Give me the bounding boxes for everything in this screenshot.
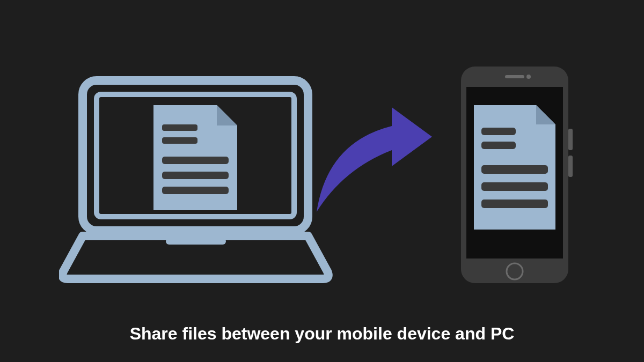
- svg-rect-15: [481, 128, 516, 135]
- svg-rect-10: [568, 156, 573, 177]
- illustration-canvas: Share files between your mobile device a…: [0, 0, 644, 362]
- svg-rect-7: [162, 187, 229, 194]
- svg-rect-3: [162, 124, 197, 131]
- svg-rect-5: [162, 157, 229, 164]
- svg-rect-19: [481, 200, 548, 208]
- svg-rect-17: [481, 165, 548, 174]
- svg-rect-9: [568, 129, 573, 150]
- svg-rect-16: [481, 142, 516, 149]
- svg-rect-12: [505, 75, 524, 78]
- svg-rect-18: [481, 182, 548, 191]
- document-icon: [153, 105, 237, 210]
- arrow-right-icon: [311, 105, 435, 217]
- document-icon: [474, 105, 555, 230]
- svg-rect-4: [162, 137, 197, 144]
- svg-point-13: [526, 75, 531, 79]
- svg-rect-6: [162, 172, 229, 179]
- laptop-icon: [59, 75, 333, 290]
- caption-text: Share files between your mobile device a…: [0, 324, 644, 344]
- phone-icon: [459, 64, 577, 290]
